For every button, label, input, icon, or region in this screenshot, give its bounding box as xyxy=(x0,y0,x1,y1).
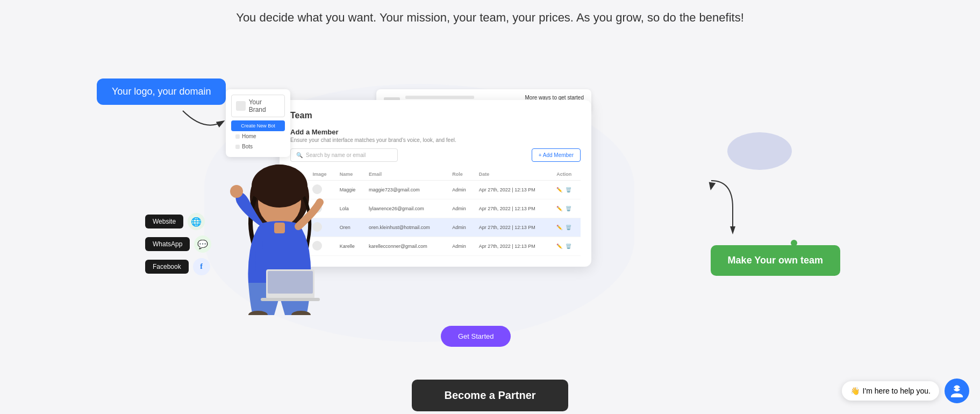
brand-icon xyxy=(236,101,246,111)
platform-badges: Website 🌐 WhatsApp 💬 Facebook f xyxy=(145,213,211,275)
chat-avatar[interactable] xyxy=(945,379,969,403)
row-date: Apr 27th, 2022 | 12:13 PM xyxy=(475,218,553,237)
row-role: Admin xyxy=(448,218,475,237)
facebook-icon: f xyxy=(193,258,210,275)
edit-icon[interactable]: ✏️ xyxy=(556,244,562,249)
brand-panel: Your Brand Create New Bot Home Bots xyxy=(226,89,290,157)
person-image xyxy=(215,148,344,315)
row-actions: ✏️ 🗑️ xyxy=(552,237,581,256)
row-role: Admin xyxy=(448,199,475,218)
row-date: Apr 27th, 2022 | 12:13 PM xyxy=(475,199,553,218)
brand-name-text: Your Brand xyxy=(249,98,280,113)
arrow-curve-right xyxy=(700,175,743,243)
partner-section: Become a Partner xyxy=(0,380,980,411)
row-actions: ✏️ 🗑️ xyxy=(552,181,581,199)
col-role: Role xyxy=(448,168,475,181)
whatsapp-label: WhatsApp xyxy=(145,237,190,251)
add-member-title: Add a Member xyxy=(290,128,581,136)
tagline: You decide what you want. Your mission, … xyxy=(236,11,744,25)
chat-emoji: 👋 xyxy=(850,387,860,395)
svg-point-3 xyxy=(252,165,307,208)
page-wrapper: You decide what you want. Your mission, … xyxy=(0,0,980,414)
arrow-logo xyxy=(177,105,231,141)
main-content: Your logo, your domain Your Brand Create… xyxy=(0,46,980,369)
row-email: karellecconner@gmail.com xyxy=(364,237,448,256)
svg-marker-11 xyxy=(730,226,735,234)
website-label: Website xyxy=(145,215,183,229)
add-member-section: Add a Member Ensure your chat interface … xyxy=(290,128,581,143)
add-member-subtitle: Ensure your chat interface matches your … xyxy=(290,137,581,143)
make-team-button[interactable]: Make Your own team xyxy=(711,245,840,276)
chat-text: I'm here to help you. xyxy=(863,387,931,395)
chat-bubble-right xyxy=(727,132,792,170)
row-email: oren.kleinhust@hotmail.com xyxy=(364,218,448,237)
whatsapp-badge: WhatsApp 💬 xyxy=(145,235,211,253)
chat-bubble-widget[interactable]: 👋 I'm here to help you. xyxy=(842,381,939,401)
row-role: Admin xyxy=(448,237,475,256)
col-date: Date xyxy=(475,168,553,181)
nav-home: Home xyxy=(231,131,285,141)
row-email: lylawrence26@gmail.com xyxy=(364,199,448,218)
row-date: Apr 27th, 2022 | 12:13 PM xyxy=(475,181,553,199)
delete-icon[interactable]: 🗑️ xyxy=(566,187,571,192)
nav-home-label: Home xyxy=(242,133,256,139)
svg-rect-10 xyxy=(274,223,285,233)
col-email: Email xyxy=(364,168,448,181)
create-bot-btn[interactable]: Create New Bot xyxy=(231,120,285,131)
add-member-button[interactable]: + Add Member xyxy=(532,148,581,162)
row-date: Apr 27th, 2022 | 12:13 PM xyxy=(475,237,553,256)
edit-icon[interactable]: ✏️ xyxy=(556,187,562,192)
svg-rect-7 xyxy=(261,298,320,301)
team-panel-title: Team xyxy=(290,111,581,120)
brand-name-row: Your Brand xyxy=(231,95,285,117)
facebook-badge: Facebook f xyxy=(145,258,211,275)
row-actions: ✏️ 🗑️ xyxy=(552,218,581,237)
svg-rect-6 xyxy=(268,271,313,294)
become-partner-button[interactable]: Become a Partner xyxy=(412,380,568,411)
chat-widget: 👋 I'm here to help you. xyxy=(842,379,969,403)
delete-icon[interactable]: 🗑️ xyxy=(566,244,571,249)
logo-bubble: Your logo, your domain xyxy=(97,78,226,105)
whatsapp-icon: 💬 xyxy=(194,235,211,253)
purple-btn-area: Get Started xyxy=(441,326,511,347)
purple-cta-button[interactable]: Get Started xyxy=(441,326,511,347)
delete-icon[interactable]: 🗑️ xyxy=(566,206,571,211)
edit-icon[interactable]: ✏️ xyxy=(556,206,562,211)
edit-icon[interactable]: ✏️ xyxy=(556,225,562,230)
svg-point-15 xyxy=(958,388,960,389)
svg-point-4 xyxy=(230,185,243,198)
row-actions: ✏️ 🗑️ xyxy=(552,199,581,218)
row-email: maggie723@gmail.com xyxy=(364,181,448,199)
person-svg xyxy=(220,154,339,315)
row-role: Admin xyxy=(448,181,475,199)
mini-line-1 xyxy=(405,96,474,99)
delete-icon[interactable]: 🗑️ xyxy=(566,225,571,230)
col-action: Action xyxy=(552,168,581,181)
facebook-label: Facebook xyxy=(145,260,189,274)
website-badge: Website 🌐 xyxy=(145,213,211,230)
svg-point-14 xyxy=(954,388,955,389)
website-icon: 🌐 xyxy=(188,213,205,230)
